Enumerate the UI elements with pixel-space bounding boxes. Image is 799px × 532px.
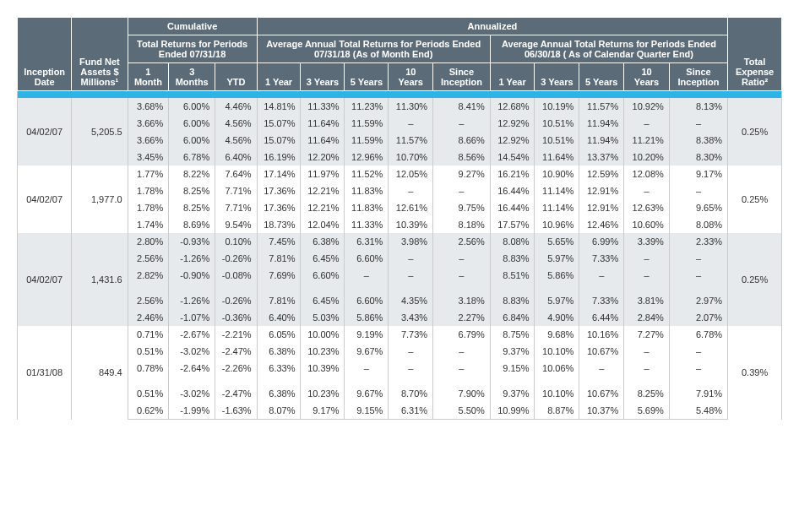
col-1-year-q: 1 Year (490, 63, 535, 91)
data-cell: 9.17% (669, 166, 727, 182)
annualized-subheader-1: Average Annual Total Returns for Periods… (257, 35, 490, 63)
table-row: 01/31/08849.40.71%-2.67%-2.21%6.05%10.00… (18, 326, 782, 343)
data-cell: 10.96% (535, 216, 579, 233)
data-cell: 8.75% (490, 326, 535, 343)
data-cell: – (579, 360, 624, 377)
data-cell: 12.92% (490, 132, 535, 149)
data-cell: 9.19% (345, 326, 389, 343)
data-cell: 10.92% (624, 98, 670, 115)
col-since-inception-m: Since Inception (433, 63, 491, 91)
data-cell: – (433, 360, 491, 377)
group-cumulative: Cumulative (128, 18, 257, 35)
data-cell: 6.40% (215, 149, 257, 166)
data-cell: 0.10% (215, 233, 257, 250)
col-fund-net-assets: Fund Net Assets $ Millions¹ (72, 18, 128, 91)
data-cell: – (624, 343, 670, 360)
data-cell: 10.10% (535, 343, 579, 360)
table-row: 0.62%-1.99%-1.63%8.07%9.17%9.15%6.31%5.5… (18, 402, 782, 420)
data-cell: 5.97% (535, 250, 579, 267)
data-cell: 11.59% (345, 115, 389, 132)
data-cell: – (389, 343, 433, 360)
col-inception-date: Inception Date (18, 18, 72, 91)
data-cell: 5.69% (624, 402, 670, 420)
data-cell: 6.44% (579, 309, 624, 326)
table-row: 0.51%-3.02%-2.47%6.38%10.23%9.67%––9.37%… (18, 343, 782, 360)
table-row: 3.45%6.78%6.40%16.19%12.20%12.96%10.70%8… (18, 149, 782, 166)
data-cell: -0.90% (169, 267, 215, 284)
data-cell: 11.57% (579, 98, 624, 115)
data-cell: 9.54% (215, 216, 257, 233)
data-cell: 3.18% (433, 284, 491, 309)
data-cell: 12.92% (490, 115, 535, 132)
expense-ratio-cell: 0.25% (728, 98, 782, 166)
data-cell: 11.64% (535, 149, 579, 166)
data-cell: 0.71% (128, 326, 169, 343)
data-cell: 8.07% (257, 402, 301, 420)
data-cell: 10.60% (624, 216, 670, 233)
data-cell: -2.67% (169, 326, 215, 343)
data-cell: 7.33% (579, 250, 624, 267)
data-cell: 6.31% (345, 233, 389, 250)
data-cell: 11.59% (345, 132, 389, 149)
data-cell: 6.00% (169, 115, 215, 132)
data-cell: – (669, 115, 727, 132)
data-cell: -1.07% (169, 309, 215, 326)
col-since-inception-q: Since Inception (669, 63, 727, 91)
expense-ratio-cell: 0.25% (728, 166, 782, 233)
data-cell: 6.78% (669, 326, 727, 343)
data-cell: – (579, 267, 624, 284)
col-3-months: 3 Months (169, 63, 215, 91)
data-cell: – (389, 267, 433, 284)
col-10-years-m: 10 Years (389, 63, 433, 91)
data-cell: – (669, 360, 727, 377)
data-cell: -2.47% (215, 343, 257, 360)
data-cell: 8.69% (169, 216, 215, 233)
data-cell: 0.51% (128, 343, 169, 360)
data-cell: 4.90% (535, 309, 579, 326)
data-cell: 11.64% (301, 132, 345, 149)
data-cell: -1.26% (169, 250, 215, 267)
data-cell: 8.25% (169, 182, 215, 199)
table-row: 0.51%-3.02%-2.47%6.38%10.23%9.67%8.70%7.… (18, 377, 782, 402)
data-cell: 17.57% (490, 216, 535, 233)
data-cell: 5.97% (535, 284, 579, 309)
data-cell: 8.25% (169, 199, 215, 216)
table-row: 1.78%8.25%7.71%17.36%12.21%11.83%12.61%9… (18, 199, 782, 216)
data-cell: 7.33% (579, 284, 624, 309)
data-cell: 7.27% (624, 326, 670, 343)
data-cell: 3.66% (128, 132, 169, 149)
data-cell: 10.00% (301, 326, 345, 343)
col-expense-ratio: Total Expense Ratio² (728, 18, 782, 91)
data-cell: 9.37% (490, 343, 535, 360)
data-cell: – (433, 343, 491, 360)
data-cell: 11.94% (579, 132, 624, 149)
data-cell: 6.05% (257, 326, 301, 343)
data-cell: -1.99% (169, 402, 215, 420)
data-cell: 9.27% (433, 166, 491, 182)
data-cell: 5.65% (535, 233, 579, 250)
data-cell: 1.77% (128, 166, 169, 182)
data-cell: 17.36% (257, 199, 301, 216)
data-cell: 10.51% (535, 115, 579, 132)
data-cell: 8.25% (624, 377, 670, 402)
data-cell: 6.31% (389, 402, 433, 420)
data-cell: – (624, 267, 670, 284)
data-cell: 2.07% (669, 309, 727, 326)
table-row: 1.74%8.69%9.54%18.73%12.04%11.33%10.39%8… (18, 216, 782, 233)
data-cell: -2.64% (169, 360, 215, 377)
data-cell: 11.30% (389, 98, 433, 115)
data-cell: 5.50% (433, 402, 491, 420)
data-cell: 8.83% (490, 250, 535, 267)
data-cell: -2.47% (215, 377, 257, 402)
data-cell: 8.08% (490, 233, 535, 250)
data-cell: 17.36% (257, 182, 301, 199)
data-cell: – (433, 250, 491, 267)
data-cell: 7.73% (389, 326, 433, 343)
data-cell: 4.56% (215, 132, 257, 149)
data-cell: -1.63% (215, 402, 257, 420)
data-cell: 6.78% (169, 149, 215, 166)
data-cell: – (389, 250, 433, 267)
data-cell: 16.19% (257, 149, 301, 166)
data-cell: 12.20% (301, 149, 345, 166)
data-cell: 11.33% (345, 216, 389, 233)
